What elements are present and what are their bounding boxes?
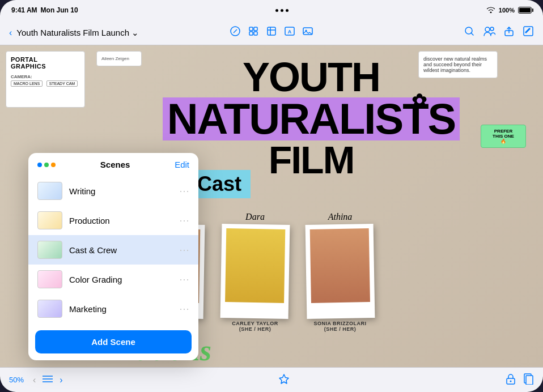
scene-more-cast-crew[interactable]: ⋯ bbox=[179, 244, 189, 256]
scenes-panel-header: Scenes Edit bbox=[28, 153, 198, 174]
scene-item-marketing[interactable]: Marketing ⋯ bbox=[28, 294, 198, 323]
image-icon[interactable] bbox=[302, 25, 313, 40]
cast-script-name-carley: Dara bbox=[245, 212, 265, 222]
svg-line-1 bbox=[234, 29, 237, 33]
status-date: Mon Jun 10 bbox=[41, 6, 78, 14]
title-naturalists: Naturalists ✿ bbox=[163, 97, 460, 140]
svg-rect-6 bbox=[268, 27, 275, 35]
title-youth: Youth bbox=[113, 57, 509, 97]
ipad-frame: 9:41 AM Mon Jun 10 100% bbox=[0, 0, 543, 392]
status-dot-1 bbox=[275, 9, 278, 12]
cast-info-carley: CARLEY TAYLOR (SHE / HER) bbox=[232, 321, 278, 332]
list-view-icon[interactable] bbox=[43, 375, 53, 385]
scene-thumb-production bbox=[37, 211, 62, 229]
svg-point-16 bbox=[490, 27, 494, 31]
cast-info-sonia: SONIA BRIZZOLARI (SHE / HER) bbox=[313, 321, 366, 332]
svg-point-25 bbox=[510, 380, 512, 382]
scene-more-writing[interactable]: ⋯ bbox=[179, 185, 189, 197]
scene-more-marketing[interactable]: ⋯ bbox=[179, 302, 189, 315]
battery-label: 100% bbox=[499, 7, 515, 14]
scene-item-color-grading[interactable]: Color Grading ⋯ bbox=[28, 265, 198, 294]
scene-more-production[interactable]: ⋯ bbox=[179, 214, 189, 227]
grid-icon[interactable] bbox=[248, 25, 259, 40]
prev-page-button[interactable]: ‹ bbox=[33, 375, 36, 385]
cast-photo-carley bbox=[225, 228, 285, 303]
scene-item-cast-crew[interactable]: Cast & Crew ⋯ bbox=[28, 235, 198, 265]
battery-icon bbox=[518, 7, 532, 14]
toolbar: ‹ Youth Naturalists Film Launch ⌄ bbox=[0, 20, 543, 45]
scene-thumb-writing bbox=[37, 182, 62, 200]
scenes-edit-button[interactable]: Edit bbox=[175, 160, 189, 169]
star-icon bbox=[278, 373, 290, 387]
scene-thumb-marketing bbox=[37, 300, 62, 318]
svg-rect-3 bbox=[254, 27, 257, 31]
page-icon bbox=[524, 373, 534, 387]
scenes-panel-dots bbox=[37, 163, 56, 167]
dot-2 bbox=[44, 163, 49, 167]
markup-icon[interactable] bbox=[523, 25, 534, 40]
scene-item-production[interactable]: Production ⋯ bbox=[28, 206, 198, 235]
scene-label-color-grading: Color Grading bbox=[69, 275, 172, 284]
cast-member-carley: Dara CARLEY TAYLOR (SHE / HER) bbox=[221, 212, 289, 332]
back-chevron-icon: ‹ bbox=[9, 28, 12, 38]
svg-rect-4 bbox=[249, 32, 253, 35]
polaroid-sonia bbox=[306, 224, 375, 319]
scene-label-production: Production bbox=[69, 216, 172, 225]
svg-line-14 bbox=[471, 33, 473, 35]
collaborate-icon[interactable] bbox=[483, 25, 495, 40]
scene-thumb-cast bbox=[37, 241, 62, 259]
flower-decoration: ✿ bbox=[412, 92, 426, 110]
status-dot-3 bbox=[286, 9, 289, 12]
pencil-icon[interactable] bbox=[230, 25, 241, 40]
svg-point-15 bbox=[485, 27, 490, 32]
scenes-panel-title: Scenes bbox=[56, 160, 175, 169]
back-button[interactable]: ‹ bbox=[9, 28, 12, 38]
page-navigation: ‹ › bbox=[33, 375, 63, 385]
cast-script-name-sonia: Athina bbox=[328, 212, 353, 222]
scenes-panel: Scenes Edit Writing ⋯ Production ⋯ Cast … bbox=[28, 153, 198, 360]
svg-text:A: A bbox=[288, 29, 292, 35]
layers-icon[interactable] bbox=[266, 25, 277, 40]
find-icon[interactable] bbox=[464, 25, 475, 40]
polaroid-carley bbox=[220, 224, 290, 319]
scenes-list: Writing ⋯ Production ⋯ Cast & Crew ⋯ Col… bbox=[28, 174, 198, 326]
wifi-icon bbox=[486, 6, 495, 14]
scene-item-writing[interactable]: Writing ⋯ bbox=[28, 176, 198, 206]
scene-thumb-color bbox=[37, 270, 62, 288]
svg-marker-23 bbox=[279, 374, 289, 384]
status-dot-2 bbox=[281, 9, 283, 12]
scene-label-cast-crew: Cast & Crew bbox=[69, 245, 172, 255]
status-bar: 9:41 AM Mon Jun 10 100% bbox=[0, 0, 543, 20]
svg-rect-2 bbox=[249, 27, 253, 31]
cast-photo-sonia bbox=[310, 228, 370, 303]
scene-label-marketing: Marketing bbox=[69, 304, 172, 314]
title-dropdown-icon: ⌄ bbox=[131, 28, 139, 38]
text-icon[interactable]: A bbox=[284, 25, 295, 40]
add-scene-button[interactable]: Add Scene bbox=[35, 330, 192, 353]
share-icon[interactable] bbox=[503, 25, 515, 40]
cast-member-sonia: Athina SONIA BRIZZOLARI (SHE / HER) bbox=[306, 212, 374, 332]
svg-rect-27 bbox=[526, 376, 533, 385]
dot-3 bbox=[51, 163, 56, 167]
lock-icon bbox=[506, 373, 516, 387]
status-time: 9:41 AM bbox=[11, 6, 37, 14]
scene-more-color-grading[interactable]: ⋯ bbox=[179, 273, 189, 286]
svg-rect-5 bbox=[254, 32, 257, 35]
bottom-bar: 50% ‹ › bbox=[0, 367, 543, 392]
portal-graphics-note: PORTALGRAPHICS CAMERA: MACRO LENS STEADY… bbox=[6, 51, 85, 108]
document-title[interactable]: Youth Naturalists Film Launch ⌄ bbox=[16, 28, 139, 38]
zoom-level[interactable]: 50% bbox=[9, 376, 24, 384]
dot-1 bbox=[37, 163, 42, 167]
scene-label-writing: Writing bbox=[69, 186, 172, 196]
